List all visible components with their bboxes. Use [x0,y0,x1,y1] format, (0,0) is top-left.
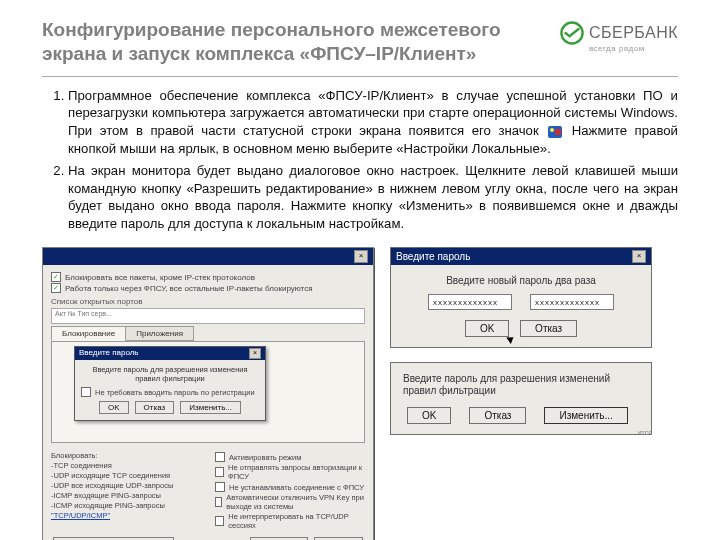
checkbox[interactable] [215,516,224,526]
inner-dialog-title: Введите пароль [79,348,139,359]
close-icon[interactable]: × [632,250,646,263]
brand-logo: СБЕРБАНК всегда рядом [559,20,678,53]
logo-text: СБЕРБАНК [589,24,678,42]
header: Конфигурирование персонального межсетево… [42,18,678,77]
instruction-2: На экран монитора будет выдано диалогово… [68,162,678,233]
close-icon[interactable]: × [249,348,261,359]
instruction-list: Программное обеспечение комплекса «ФПСУ-… [42,87,678,234]
cancel-button[interactable]: Отказ [469,407,526,424]
checkbox[interactable]: ✓ [51,283,61,293]
password-dialog-title: Введите пароль [396,251,470,262]
password-hint: Введите новый пароль два раза [401,275,641,286]
page-title: Конфигурирование персонального межсетево… [42,18,562,66]
settings-window: × ✓Блокировать все пакеты, кроме IP-стек… [42,247,374,540]
tab-blocking[interactable]: Блокирование [51,326,126,341]
change-button[interactable]: Изменить... [544,407,627,424]
checkbox[interactable]: ✓ [51,272,61,282]
settings-window-titlebar: × [43,248,373,265]
ok-button[interactable]: OK [99,401,129,414]
ports-list-header: Акт № Тип серв... [51,308,365,324]
protocol-link[interactable]: "TCP/UDP/ICMP" [51,511,201,520]
ok-button[interactable]: OK [407,407,451,424]
cropped-text: ится [634,429,652,436]
instruction-1: Программное обеспечение комплекса «ФПСУ-… [68,87,678,158]
tab-panel: Введите пароль × Введите пароль для разр… [51,341,365,443]
filter-dialog-message: Введите пароль для разрешения изменений … [403,373,639,397]
slide: Конфигурирование персонального межсетево… [0,0,720,540]
screenshots-row: × ✓Блокировать все пакеты, кроме IP-стек… [42,247,678,540]
inner-password-dialog: Введите пароль × Введите пароль для разр… [74,346,266,421]
change-button[interactable]: Изменить... [180,401,241,414]
tabs: Блокирование Приложения [51,326,365,341]
checkbox[interactable] [215,467,224,477]
cancel-button[interactable]: Отказ [520,320,577,337]
body: Программное обеспечение комплекса «ФПСУ-… [42,87,678,541]
password-field-2[interactable]: xxxxxxxxxxxxx [530,294,614,310]
checkbox[interactable] [215,482,225,492]
logo-tagline: всегда рядом [589,44,678,53]
checkbox[interactable] [215,452,225,462]
tray-icon [548,126,562,138]
password-dialog: Введите пароль × Введите новый пароль дв… [390,247,652,348]
checkbox[interactable] [81,387,91,397]
right-dialog-column: Введите пароль × Введите новый пароль дв… [390,247,652,540]
checkbox[interactable] [215,497,222,507]
password-field-1[interactable]: xxxxxxxxxxxxx [428,294,512,310]
sberbank-icon [559,20,585,46]
close-icon[interactable]: × [354,250,368,263]
tab-apps[interactable]: Приложения [125,326,194,341]
cancel-button[interactable]: Отказ [135,401,175,414]
ok-button[interactable]: OK [465,320,509,337]
filter-password-dialog: Введите пароль для разрешения изменений … [390,362,652,435]
